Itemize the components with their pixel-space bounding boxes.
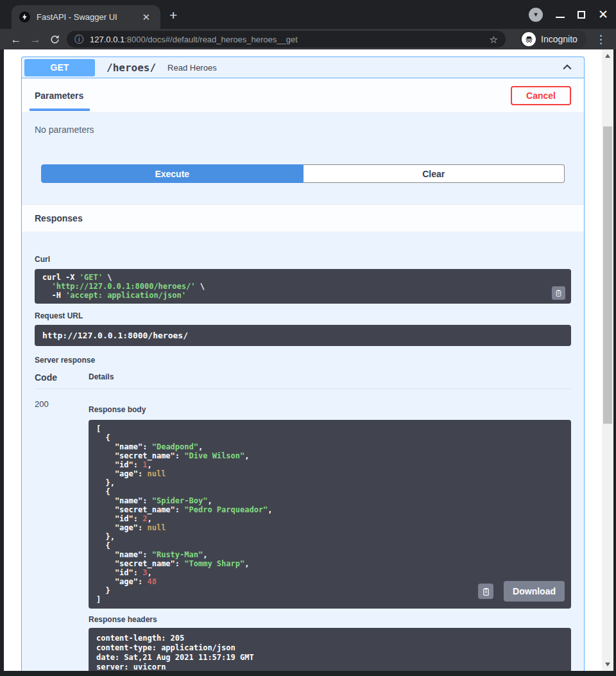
scroll-down-icon[interactable] xyxy=(605,663,610,666)
opblock-summary[interactable]: GET /heroes/ Read Heroes xyxy=(22,57,584,78)
page-scrollbar[interactable] xyxy=(602,49,613,671)
tab-title: FastAPI - Swagger UI xyxy=(37,12,139,22)
curl-command-box: curl -X 'GET' \ 'http://127.0.0.1:8000/h… xyxy=(35,269,571,304)
incognito-icon xyxy=(522,32,536,46)
window-controls: ▾ ✕ xyxy=(529,0,611,29)
server-response-label: Server response xyxy=(35,356,571,365)
request-url-label: Request URL xyxy=(35,311,571,320)
new-tab-button[interactable]: + xyxy=(169,8,177,22)
code-column-header: Code xyxy=(35,372,89,383)
opblock-get-heroes: GET /heroes/ Read Heroes Parameters Canc… xyxy=(21,56,585,671)
response-details-cell: Response body [ { "name": "Deadpond", "s… xyxy=(89,394,571,671)
response-row-200: 200 Response body [ { "name": "Deadpond"… xyxy=(35,389,571,671)
url-text[interactable]: 127.0.0.1:8000/docs#/default/read_heroes… xyxy=(90,35,484,44)
request-url-value: http://127.0.0.1:8000/heroes/ xyxy=(35,325,571,346)
status-code: 200 xyxy=(35,394,89,671)
collapse-chevron-icon[interactable] xyxy=(561,61,574,74)
response-headers-box: content-length: 205content-type: applica… xyxy=(89,628,571,671)
curl-command: curl -X 'GET' \ 'http://127.0.0.1:8000/h… xyxy=(42,273,563,300)
close-window-button[interactable]: ✕ xyxy=(598,8,608,21)
response-body-label: Response body xyxy=(89,405,146,414)
execute-row: Execute Clear xyxy=(22,153,584,204)
parameters-header: Parameters Cancel xyxy=(22,78,584,113)
address-bar[interactable]: ⓘ 127.0.0.1:8000/docs#/default/read_hero… xyxy=(67,31,506,48)
fastapi-favicon-icon xyxy=(19,12,30,22)
method-badge: GET xyxy=(24,59,95,76)
response-body-actions: Download xyxy=(478,581,565,602)
details-column-header: Details xyxy=(89,372,114,383)
incognito-label: Incognito xyxy=(541,34,578,44)
browser-tab[interactable]: FastAPI - Swagger UI ✕ xyxy=(12,5,160,29)
reload-icon[interactable] xyxy=(45,34,64,45)
endpoint-path: /heroes/ xyxy=(107,62,156,74)
server-response-table: Code Details 200 Response body [ { "name… xyxy=(35,372,571,671)
maximize-button[interactable] xyxy=(578,11,585,19)
browser-toolbar: ← → ⓘ 127.0.0.1:8000/docs#/default/read_… xyxy=(0,29,616,49)
incognito-badge: Incognito xyxy=(520,30,586,48)
curl-label: Curl xyxy=(35,255,50,264)
browser-titlebar: FastAPI - Swagger UI ✕ + ▾ ✕ xyxy=(0,0,616,29)
response-headers-label: Response headers xyxy=(89,615,571,624)
responses-body: Curl curl -X 'GET' \ 'http://127.0.0.1:8… xyxy=(22,232,584,671)
forward-icon[interactable]: → xyxy=(26,34,45,45)
response-body-json: [ { "name": "Deadpond", "secret_name": "… xyxy=(96,424,563,604)
back-icon[interactable]: ← xyxy=(6,34,26,45)
cancel-button[interactable]: Cancel xyxy=(511,86,571,105)
copy-response-icon[interactable] xyxy=(478,584,493,599)
responses-header: Responses xyxy=(22,204,584,232)
execute-button[interactable]: Execute xyxy=(41,164,304,183)
scrollbar-thumb[interactable] xyxy=(603,126,612,424)
scroll-up-icon[interactable] xyxy=(605,54,610,58)
endpoint-summary: Read Heroes xyxy=(167,63,217,73)
browser-window: FastAPI - Swagger UI ✕ + ▾ ✕ ← → ⓘ 127.0… xyxy=(0,0,616,676)
responses-title: Responses xyxy=(35,213,83,223)
download-button[interactable]: Download xyxy=(504,581,565,602)
url-host: 127.0.0.1 xyxy=(90,35,124,44)
response-table-header: Code Details xyxy=(35,372,571,389)
url-path: :8000/docs#/default/read_heroes_heroes__… xyxy=(124,35,298,44)
clear-button[interactable]: Clear xyxy=(304,164,565,183)
no-parameters-text: No parameters xyxy=(22,113,584,153)
tab-close-icon[interactable]: ✕ xyxy=(139,11,153,23)
window-menu-icon[interactable]: ▾ xyxy=(529,8,543,22)
site-info-icon[interactable]: ⓘ xyxy=(74,35,83,44)
browser-menu-icon[interactable]: ⋮ xyxy=(595,33,606,46)
copy-curl-icon[interactable] xyxy=(552,286,565,300)
minimize-button[interactable] xyxy=(556,17,565,18)
swagger-page: GET /heroes/ Read Heroes Parameters Canc… xyxy=(4,49,602,671)
response-body-box: [ { "name": "Deadpond", "secret_name": "… xyxy=(89,420,571,609)
bookmark-star-icon[interactable]: ☆ xyxy=(490,35,498,44)
tab-parameters[interactable]: Parameters xyxy=(35,91,83,101)
